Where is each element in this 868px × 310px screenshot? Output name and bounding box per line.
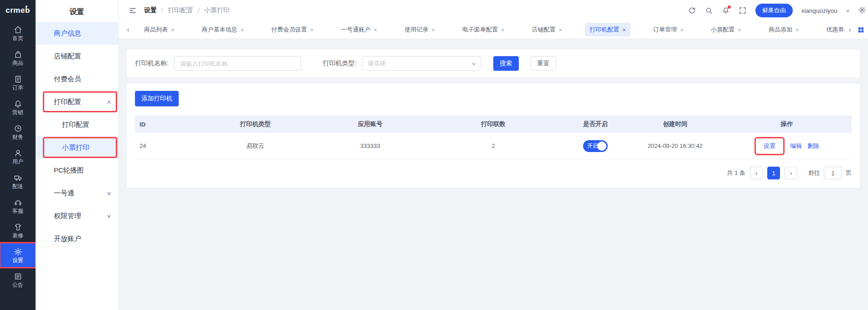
close-icon[interactable]: × (431, 26, 435, 33)
tab-eorder-config[interactable]: 电子面单配置× (458, 23, 509, 37)
notification-bell-icon[interactable] (722, 6, 730, 15)
enabled-toggle[interactable]: 开启 (583, 140, 608, 152)
decorate-icon (14, 223, 22, 231)
store-badge[interactable]: 鲜果自由 (755, 4, 793, 17)
rail-item-label: 设置 (12, 257, 23, 263)
printer-type-select[interactable]: 请选择 ∨ (362, 56, 481, 71)
rail-item-finance[interactable]: 财务 (0, 120, 36, 144)
collapse-menu-icon[interactable] (129, 6, 137, 15)
add-printer-button[interactable]: 添加打印机 (135, 91, 179, 106)
goto-label: 前往 (808, 169, 820, 177)
close-icon[interactable]: × (680, 26, 684, 33)
chevron-down-icon: ∨ (471, 61, 476, 67)
sidebar-item-merchant-info[interactable]: 商户信息 (36, 22, 118, 45)
col-enabled: 是否开启 (563, 120, 628, 128)
tab-coupon-list[interactable]: 优惠券列表× (822, 23, 845, 37)
orders-icon (14, 75, 22, 84)
rail-item-delivery[interactable]: 配送 (0, 169, 36, 194)
rail-item-marketing[interactable]: 营销 (0, 95, 36, 120)
goto-unit: 页 (846, 169, 852, 177)
goto-page-input[interactable] (824, 167, 842, 179)
close-icon[interactable]: × (738, 26, 741, 33)
settings-icon (14, 247, 22, 256)
breadcrumb-leaf: 小票打印 (204, 6, 230, 15)
close-icon[interactable]: × (796, 26, 799, 33)
tab-order-management[interactable]: 订单管理× (649, 23, 688, 37)
page-body: 打印机名称: 打印机类型: 请选择 ∨ 搜索 重置 添加打印机 ID 打印机类型… (119, 38, 868, 310)
sidebar-item-permissions[interactable]: 权限管理 ∨ (36, 205, 118, 227)
reset-button[interactable]: 重置 (531, 56, 556, 71)
page-number-button[interactable]: 1 (767, 167, 780, 179)
rail-item-label: 客服 (12, 208, 23, 214)
close-icon[interactable]: × (559, 26, 563, 33)
marketing-icon (14, 100, 22, 108)
notice-icon (14, 272, 22, 281)
service-icon (14, 198, 22, 207)
col-id: ID (135, 121, 194, 128)
sidebar-item-store-config[interactable]: 店铺配置 (36, 45, 118, 68)
total-count: 共 1 条 (727, 169, 745, 177)
profile-gear-icon[interactable] (858, 6, 867, 15)
close-icon[interactable]: × (501, 26, 505, 33)
sidebar-item-print-config-parent[interactable]: 打印配置 ∧ (36, 90, 118, 113)
chevron-down-icon: ∨ (106, 213, 111, 219)
rail-item-orders[interactable]: 订单 (0, 70, 36, 95)
tab-store-config[interactable]: 店铺配置× (527, 23, 567, 37)
rail-item-goods[interactable]: 商品 (0, 46, 36, 70)
breadcrumb-item[interactable]: 打印配置 (168, 6, 193, 15)
cell-app-account: 333333 (316, 142, 424, 149)
sidebar-item-receipt-print[interactable]: 小票打印 (36, 136, 118, 159)
printer-name-input[interactable] (174, 56, 301, 71)
tab-list-grid-icon[interactable] (858, 26, 864, 33)
edit-action-link[interactable]: 编辑 (790, 142, 802, 150)
sidebar-item-paid-member[interactable]: 付费会员 (36, 68, 118, 90)
close-icon[interactable]: × (310, 26, 314, 33)
tab-yihaotong-account[interactable]: 一号通账户× (336, 23, 382, 37)
close-icon[interactable]: × (171, 26, 175, 33)
tab-goods-list[interactable]: 商品列表× (140, 23, 179, 37)
printer-type-label: 打印机类型: (323, 59, 356, 68)
search-icon[interactable] (705, 6, 713, 15)
rail-item-label: 首页 (12, 36, 23, 41)
username[interactable]: xianguoziyou (801, 7, 837, 14)
rail-item-label: 公告 (12, 282, 23, 288)
rail-item-users[interactable]: 用户 (0, 144, 36, 169)
printer-list-card: 添加打印机 ID 打印机类型 应用账号 打印联数 是否开启 创建时间 操作 24… (127, 84, 860, 188)
tab-receipt-config[interactable]: 小票配置× (706, 23, 746, 37)
rail-item-decorate[interactable]: 装修 (0, 218, 36, 243)
tab-goods-add-1[interactable]: 商品添加× (764, 23, 804, 37)
tabs-scroll-left-icon[interactable]: ‹ (123, 26, 133, 33)
toggle-knob (597, 142, 606, 151)
close-icon[interactable]: × (374, 26, 377, 33)
tabs-scroll-right-icon[interactable]: › (845, 26, 855, 33)
chevron-up-icon: ∧ (106, 99, 111, 105)
search-button[interactable]: 搜索 (493, 56, 519, 71)
breadcrumb-root[interactable]: 设置 (144, 6, 157, 15)
cell-id: 24 (135, 142, 194, 149)
close-icon[interactable]: × (622, 26, 626, 33)
sidebar-item-open-account[interactable]: 开放账户 (36, 227, 118, 250)
tab-usage-record[interactable]: 使用记录× (400, 23, 439, 37)
cell-created-time: 2024-09-20 16:30:42 (628, 142, 722, 149)
printer-name-label: 打印机名称: (135, 59, 169, 68)
user-dropdown-chevron-icon[interactable]: ∨ (845, 8, 850, 13)
open-tabs-bar: ‹ 商品列表× 商户基本信息× 付费会员设置× 一号通账户× 使用记录× 电子面… (119, 21, 868, 38)
prev-page-icon[interactable]: ‹ (750, 167, 763, 179)
close-icon[interactable]: × (241, 26, 244, 33)
delete-action-link[interactable]: 删除 (807, 142, 819, 150)
fullscreen-icon[interactable] (739, 6, 747, 15)
rail-item-settings[interactable]: 设置 (0, 243, 36, 268)
refresh-icon[interactable] (688, 6, 696, 15)
tab-printer-config[interactable]: 打印机配置× (585, 23, 630, 37)
rail-item-home[interactable]: 首页 (0, 21, 36, 46)
settings-action-link[interactable]: 设置 (754, 137, 785, 155)
sidebar-item-yihaotong[interactable]: 一号通 ∨ (36, 182, 118, 205)
rail-item-notice[interactable]: 公告 (0, 268, 36, 292)
col-created-time: 创建时间 (628, 120, 722, 128)
tab-merchant-basic-info[interactable]: 商户基本信息× (197, 23, 249, 37)
tab-paid-member-settings[interactable]: 付费会员设置× (267, 23, 318, 37)
sidebar-item-pc-carousel[interactable]: PC轮播图 (36, 159, 118, 182)
sidebar-item-print-config[interactable]: 打印配置 (36, 113, 118, 136)
rail-item-service[interactable]: 客服 (0, 194, 36, 218)
next-page-icon[interactable]: › (785, 167, 797, 179)
